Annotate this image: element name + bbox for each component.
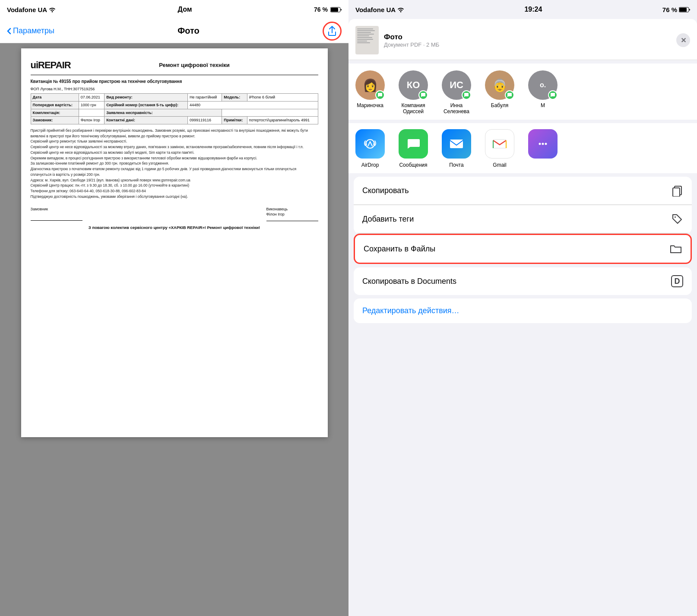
left-status-center: Дом [178,6,192,13]
contact-avatar-more: о. [528,70,558,100]
app-item-airdrop[interactable]: AirDrop [348,129,392,168]
contact-avatar-babulya: 👵 [485,70,514,100]
action-tags[interactable]: Добавить теги [354,205,692,233]
contact-badge-kompaniya [418,90,428,100]
copy-icon [671,184,683,197]
wifi-icon [49,6,56,13]
message-icon [377,92,383,98]
share-doc-info: Фото Документ PDF · 2 МБ [384,33,671,48]
app-item-more2[interactable] [521,129,564,168]
contact-badge-marinocka [375,90,385,100]
doc-repair-type-value: Не гарантійний [188,94,222,102]
contact-item-inna[interactable]: ИС Инна Селезнева [435,70,478,114]
action-list: Скопировать Добавить теги [354,177,692,234]
mail-icon [448,136,465,152]
edit-actions-button[interactable]: Редактировать действия… [354,298,692,323]
right-status-bar: Vodafone UA 19:24 76 % [348,0,697,19]
message-icon-is [464,92,469,98]
svg-rect-5 [679,8,687,12]
gmail-icon [491,136,508,152]
app-name-messages: Сообщения [399,162,427,168]
contact-badge-more [548,90,558,100]
left-status-bar: Vodafone UA Дом 76 % [0,0,348,19]
doc-completeness-label: Комплектація: [31,109,79,117]
share-doc-thumb [355,26,379,54]
app-name-airdrop: AirDrop [361,162,379,168]
doc-client-name-label: Замовник: [31,117,79,124]
svg-point-11 [545,143,547,145]
back-label: Параметры [13,26,54,35]
app-icon-airdrop [355,129,385,159]
doc-signature-right: Виконавець Філон Ігор [266,206,318,221]
contact-item-kompaniya[interactable]: КО Компания Одиссей [392,70,435,114]
action-save-files[interactable]: Сохранить в Файлы [355,235,691,263]
app-name-mail: Почта [449,162,463,168]
app-icon-mail [442,129,471,159]
tag-icon-svg [672,213,683,225]
svg-point-14 [675,216,676,218]
doc-title: Ремонт цифрової техніки [76,61,313,69]
share-button[interactable] [323,22,342,41]
action-copy-docs-label: Скопировать в Documents [362,277,456,286]
doc-signature-left: Замовник [31,206,82,221]
contact-name-inna: Инна Селезнева [437,102,476,114]
right-battery-pct: 76 % [662,6,677,13]
action-copy-docs[interactable]: Скопировать в Documents D [354,267,692,295]
action-list-2: Скопировать в Documents D [354,267,692,295]
folder-icon [670,243,682,255]
left-battery-pct: 76 % [314,6,328,13]
more-apps-icon [537,138,549,150]
right-carrier: Vodafone UA [355,6,396,13]
share-doc-name: Фото [384,33,671,41]
app-item-gmail[interactable]: Gmail [478,129,521,168]
message-icon-ko [421,92,426,98]
svg-point-3 [400,11,402,13]
doc-prev-cost-label: Попередня вартість: [31,101,79,109]
contact-avatar-marinocka: 👩 [355,70,385,100]
share-header: Фото Документ PDF · 2 МБ ✕ [348,19,697,60]
doc-defect-label: Заявлена несправність: [105,109,222,117]
doc-completeness-value [79,109,104,117]
doc-date-value: 07.06.2021 [79,94,104,102]
app-item-messages[interactable]: Сообщения [392,129,435,168]
contact-item-babulya[interactable]: 👵 Бабуля [478,70,521,114]
doc-notes-label: Примітки: [222,117,247,124]
doc-defect-value [222,109,318,117]
back-chevron-icon [7,28,11,35]
left-panel: Vodafone UA Дом 76 % Параметры [0,0,348,616]
airdrop-icon [362,136,378,152]
action-copy-label: Скопировать [362,186,409,195]
share-close-button[interactable]: ✕ [676,33,690,47]
message-icon-babulya [507,92,512,98]
doc-logo: uiREPAIR [31,59,71,72]
contact-badge-inna [462,90,471,100]
left-status-left: Vodafone UA [7,6,56,13]
doc-model-label: Модель: [222,94,247,102]
contact-name-babulya: Бабуля [491,102,508,108]
doc-contact-label: Контактні дані: [105,117,188,124]
contact-name-more: М [541,102,545,108]
documents-icon: D [671,275,683,287]
svg-rect-2 [331,8,338,12]
app-icon-gmail [485,129,514,159]
svg-rect-13 [673,188,680,197]
contact-name-kompaniya: Компания Одиссей [394,102,433,114]
contact-item-marinocka[interactable]: 👩 Мариночка [348,70,392,114]
doc-model-value: iPhone 6 білий [247,94,318,102]
right-status-time: 19:24 [524,6,542,13]
doc-prev-cost-value: 1000 грн [79,101,104,109]
doc-container: uiREPAIR Ремонт цифрової техніки Квитанц… [0,43,348,616]
close-icon: ✕ [681,36,686,44]
doc-serial-value: 44480 [188,101,318,109]
share-doc-meta: Документ PDF · 2 МБ [384,41,671,48]
tag-icon [671,213,683,225]
app-icon-more2 [528,129,558,159]
app-item-mail[interactable]: Почта [435,129,478,168]
doc-footer-center: З повагою колектив сервісного центру «ХА… [31,225,318,230]
action-copy[interactable]: Скопировать [354,177,692,205]
right-status-left: Vodafone UA [355,6,404,13]
documents-d-icon: D [671,275,683,287]
contact-item-more[interactable]: о. М [521,70,564,114]
svg-point-9 [539,143,541,145]
back-button[interactable]: Параметры [7,26,54,35]
